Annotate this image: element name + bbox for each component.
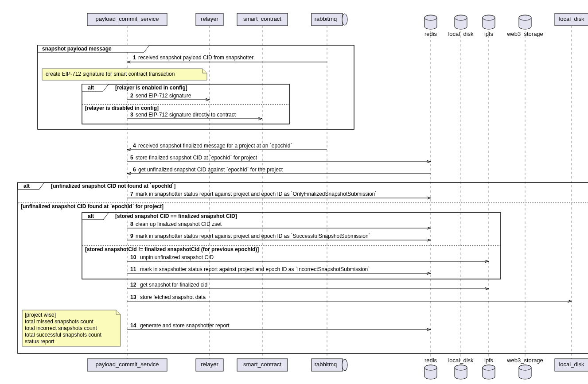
svg-point-9 <box>424 15 437 20</box>
participant-rabbitmq-top: rabbitmq <box>312 13 347 26</box>
svg-text:send EIP-712 signature directl: send EIP-712 signature directly to contr… <box>136 112 236 118</box>
svg-text:received snapshot payload CID : received snapshot payload CID from snaps… <box>138 54 253 61</box>
svg-text:snapshot payload message: snapshot payload message <box>42 46 112 52</box>
svg-point-100 <box>519 365 531 370</box>
svg-text:rabbitmq: rabbitmq <box>315 16 337 22</box>
svg-point-13 <box>483 15 495 20</box>
participant-redis-top: redis <box>424 15 437 37</box>
svg-text:status report: status report <box>25 338 55 345</box>
message-14: 14 generate and store snapshotter report <box>127 322 431 330</box>
participant-smart-contract-top: smart_contract <box>237 13 288 26</box>
participant-local-disk-1-top: local_disk <box>448 15 474 37</box>
participant-local-disk-1-bottom: local_disk <box>448 357 474 379</box>
alt-frame-relayer: alt [relayer is enabled in config] [rela… <box>82 84 289 124</box>
svg-point-15 <box>519 15 531 20</box>
svg-text:smart_contract: smart_contract <box>243 16 281 22</box>
svg-text:smart_contract: smart_contract <box>243 361 281 368</box>
svg-text:ipfs: ipfs <box>484 357 494 364</box>
svg-point-8 <box>342 14 347 25</box>
svg-text:mark in snapshotter status rep: mark in snapshotter status report agains… <box>136 233 370 239</box>
svg-text:4: 4 <box>133 143 136 149</box>
svg-text:relayer: relayer <box>201 16 218 22</box>
svg-text:[relayer is disabled in config: [relayer is disabled in config] <box>85 105 159 111</box>
message-12: 12 get snapshot for finalized cid <box>127 282 489 289</box>
participant-rabbitmq-bottom: rabbitmq <box>312 359 347 371</box>
svg-text:mark in snapshotter status rep: mark in snapshotter status report agains… <box>140 266 370 272</box>
svg-text:received snapshot finalized me: received snapshot finalized message for … <box>138 143 292 149</box>
svg-point-92 <box>342 359 347 371</box>
svg-text:redis: redis <box>424 31 437 37</box>
svg-text:send EIP-712 signature: send EIP-712 signature <box>136 93 191 99</box>
svg-text:alt: alt <box>88 213 94 219</box>
svg-text:9: 9 <box>130 233 133 239</box>
svg-text:11: 11 <box>130 266 136 272</box>
svg-text:2: 2 <box>130 93 133 99</box>
svg-text:local_disk: local_disk <box>448 31 474 37</box>
svg-text:3: 3 <box>130 112 133 118</box>
svg-text:create EIP-712 signature for s: create EIP-712 signature for smart contr… <box>46 71 175 77</box>
svg-text:web3_storage: web3_storage <box>506 357 543 364</box>
svg-text:alt: alt <box>23 183 30 189</box>
svg-text:12: 12 <box>130 282 136 288</box>
participant-local-disk-2-bottom: local_disk <box>555 359 588 371</box>
svg-text:local_disk: local_disk <box>448 357 474 364</box>
svg-point-11 <box>455 15 467 20</box>
svg-text:redis: redis <box>424 357 437 364</box>
svg-text:rabbitmq: rabbitmq <box>315 361 337 368</box>
svg-text:8: 8 <box>130 221 133 227</box>
svg-text:[relayer is enabled in config]: [relayer is enabled in config] <box>115 85 187 91</box>
svg-text:get snapshot for finalized cid: get snapshot for finalized cid <box>140 282 207 288</box>
svg-text:get unfinalized snapshot CID a: get unfinalized snapshot CID against `ep… <box>138 167 283 173</box>
participant-redis-bottom: redis <box>424 357 437 379</box>
svg-text:6: 6 <box>133 167 136 173</box>
svg-text:1: 1 <box>133 54 136 61</box>
participant-ipfs-bottom: ipfs <box>483 357 495 379</box>
svg-text:payload_commit_service: payload_commit_service <box>95 16 159 22</box>
participant-web3-storage-top: web3_storage <box>506 15 543 37</box>
participant-relayer-bottom: relayer <box>196 359 223 371</box>
svg-text:mark in snapshotter status rep: mark in snapshotter status report agains… <box>136 191 377 197</box>
message-7: 7 mark in snapshotter status report agai… <box>127 191 431 198</box>
svg-text:web3_storage: web3_storage <box>506 31 543 37</box>
svg-text:total successful snapshots cou: total successful snapshots count <box>25 332 101 338</box>
participant-ipfs-top: ipfs <box>483 15 495 37</box>
svg-text:[unfinalized snapshot CID foun: [unfinalized snapshot CID found at `epoc… <box>21 203 164 209</box>
participant-smart-contract-bottom: smart_contract <box>237 359 288 371</box>
message-4: 4 received snapshot finalized message fo… <box>127 143 327 150</box>
svg-text:[project wise]: [project wise] <box>25 312 56 318</box>
note-eip712-signature: create EIP-712 signature for smart contr… <box>42 69 207 80</box>
svg-text:store finalized snapshot CID a: store finalized snapshot CID at `epochId… <box>136 155 257 161</box>
svg-text:14: 14 <box>130 322 136 329</box>
svg-text:ipfs: ipfs <box>484 31 494 37</box>
svg-text:store fetched snapshot data: store fetched snapshot data <box>140 294 206 300</box>
svg-text:local_disk: local_disk <box>559 16 584 22</box>
participant-payload-commit-service-bottom: payload_commit_service <box>87 359 167 371</box>
svg-text:13: 13 <box>130 294 136 300</box>
message-1: 1 received snapshot payload CID from sna… <box>127 54 327 62</box>
svg-point-96 <box>455 365 467 370</box>
note-project-wise: [project wise] total missed snapshots co… <box>22 310 121 346</box>
svg-text:[stored snapshotCid != finaliz: [stored snapshotCid != finalized snapsho… <box>85 246 259 252</box>
message-8: 8 clean up finalized snapshot CID zset <box>127 221 431 228</box>
message-13: 13 store fetched snapshot data <box>127 294 572 301</box>
participant-web3-storage-bottom: web3_storage <box>506 357 543 379</box>
message-3: 3 send EIP-712 signature directly to con… <box>127 112 262 119</box>
svg-text:generate and store snapshotter: generate and store snapshotter report <box>140 322 230 329</box>
svg-text:10: 10 <box>130 254 136 260</box>
participant-relayer-top: relayer <box>196 13 223 26</box>
message-5: 5 store finalized snapshot CID at `epoch… <box>127 155 431 162</box>
message-2: 2 send EIP-712 signature <box>127 93 210 100</box>
svg-text:alt: alt <box>88 85 94 91</box>
svg-text:local_disk: local_disk <box>559 361 584 368</box>
svg-text:total incorrect snapshots coun: total incorrect snapshots count <box>25 325 97 331</box>
participant-payload-commit-service-top: payload_commit_service <box>87 13 167 26</box>
message-11: 11 mark in snapshotter status report aga… <box>127 266 431 273</box>
message-9: 9 mark in snapshotter status report agai… <box>127 233 431 240</box>
svg-text:[unfinalized snapshot CID not : [unfinalized snapshot CID not found at `… <box>51 183 175 189</box>
message-10: 10 unpin unfinalized snapshot CID <box>127 254 489 261</box>
svg-text:payload_commit_service: payload_commit_service <box>95 361 159 368</box>
svg-text:clean up finalized snapshot CI: clean up finalized snapshot CID zset <box>136 221 222 227</box>
svg-text:total missed snapshots count: total missed snapshots count <box>25 318 93 325</box>
svg-text:7: 7 <box>130 191 133 197</box>
svg-text:5: 5 <box>130 155 133 161</box>
